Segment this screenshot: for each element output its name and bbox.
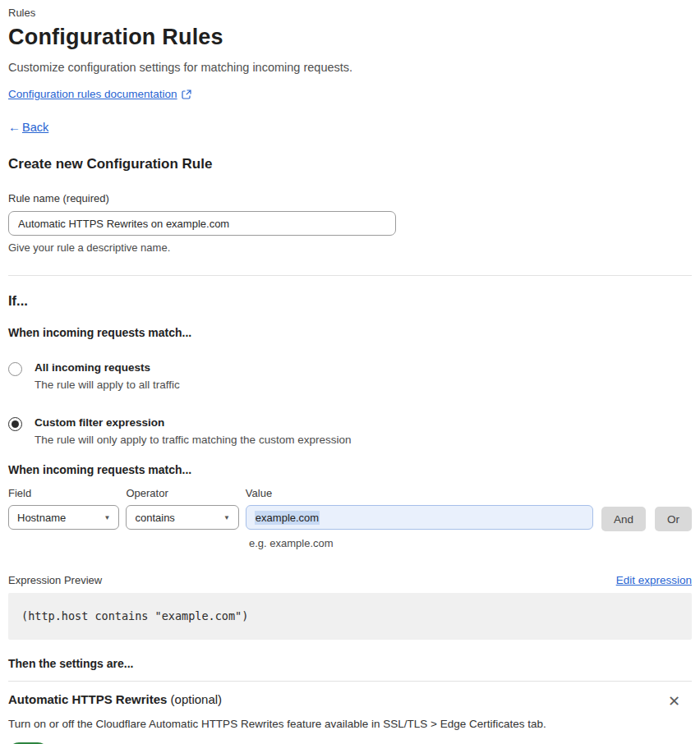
- radio-option-label: Custom filter expression: [35, 416, 351, 429]
- back-link-row: ← Back: [8, 120, 692, 134]
- radio-option-custom-filter-expression[interactable]: Custom filter expression The rule will o…: [8, 416, 692, 446]
- expression-builder-row: Field Hostname ▼ Operator contains ▼ Val…: [8, 487, 692, 531]
- match-type-radio-group: All incoming requests The rule will appl…: [8, 361, 692, 446]
- field-label: Field: [8, 487, 119, 499]
- operator-select[interactable]: contains ▼: [126, 505, 238, 530]
- radio-option-texts: Custom filter expression The rule will o…: [35, 416, 351, 446]
- radio-unselected-icon[interactable]: [8, 362, 22, 376]
- chevron-down-icon: ▼: [104, 514, 111, 521]
- expression-preview-label: Expression Preview: [8, 574, 102, 586]
- setting-title-name: Automatic HTTPS Rewrites: [8, 692, 167, 706]
- value-label: Value: [246, 487, 593, 499]
- radio-option-description: The rule will only apply to traffic matc…: [35, 434, 351, 446]
- value-input-text: example.com: [255, 511, 320, 525]
- expression-preview-code: (http.host contains "example.com"): [8, 593, 692, 640]
- configuration-rules-page: Rules Configuration Rules Customize conf…: [0, 0, 700, 744]
- close-icon[interactable]: ✕: [668, 694, 680, 709]
- setting-header-row: Automatic HTTPS Rewrites (optional) ✕: [8, 692, 692, 709]
- value-input[interactable]: example.com: [246, 505, 593, 530]
- value-column: Value example.com: [246, 487, 593, 530]
- operator-label: Operator: [126, 487, 238, 499]
- documentation-link[interactable]: Configuration rules documentation: [8, 88, 177, 100]
- or-button[interactable]: Or: [655, 507, 692, 531]
- breadcrumb: Rules: [8, 7, 692, 19]
- create-rule-heading: Create new Configuration Rule: [8, 156, 692, 172]
- operator-column: Operator contains ▼: [126, 487, 238, 530]
- back-arrow-icon: ←: [8, 120, 21, 134]
- radio-option-label: All incoming requests: [35, 361, 180, 374]
- documentation-link-row: Configuration rules documentation: [8, 88, 692, 100]
- then-settings-heading: Then the settings are...: [8, 657, 692, 670]
- chevron-down-icon: ▼: [223, 514, 230, 521]
- expression-preview-row: Expression Preview Edit expression: [8, 574, 692, 586]
- radio-option-description: The rule will apply to all traffic: [35, 379, 180, 391]
- match-type-label: When incoming requests match...: [8, 326, 692, 339]
- field-select[interactable]: Hostname ▼: [8, 505, 119, 530]
- setting-title-optional: (optional): [167, 692, 222, 706]
- radio-option-texts: All incoming requests The rule will appl…: [35, 361, 180, 391]
- expression-builder-heading: When incoming requests match...: [8, 463, 692, 476]
- radio-option-all-incoming-requests[interactable]: All incoming requests The rule will appl…: [8, 361, 692, 391]
- field-column: Field Hostname ▼: [8, 487, 119, 530]
- edit-expression-link[interactable]: Edit expression: [616, 574, 692, 586]
- section-divider: [8, 275, 692, 276]
- field-select-value: Hostname: [17, 512, 66, 524]
- setting-divider: [8, 681, 692, 682]
- external-link-icon: [182, 90, 191, 99]
- back-link[interactable]: Back: [22, 121, 48, 134]
- and-button[interactable]: And: [601, 507, 646, 531]
- rule-name-label: Rule name (required): [8, 192, 692, 204]
- if-section-heading: If...: [8, 293, 692, 309]
- rule-name-input[interactable]: [8, 211, 396, 236]
- rule-name-help: Give your rule a descriptive name.: [8, 241, 692, 254]
- operator-select-value: contains: [135, 512, 174, 524]
- value-help-text: e.g. example.com: [249, 537, 692, 549]
- setting-description: Turn on or off the Cloudflare Automatic …: [8, 718, 692, 730]
- setting-title: Automatic HTTPS Rewrites (optional): [8, 692, 222, 706]
- page-title: Configuration Rules: [8, 25, 692, 50]
- page-subtitle: Customize configuration settings for mat…: [8, 61, 692, 74]
- radio-selected-icon[interactable]: [8, 417, 22, 431]
